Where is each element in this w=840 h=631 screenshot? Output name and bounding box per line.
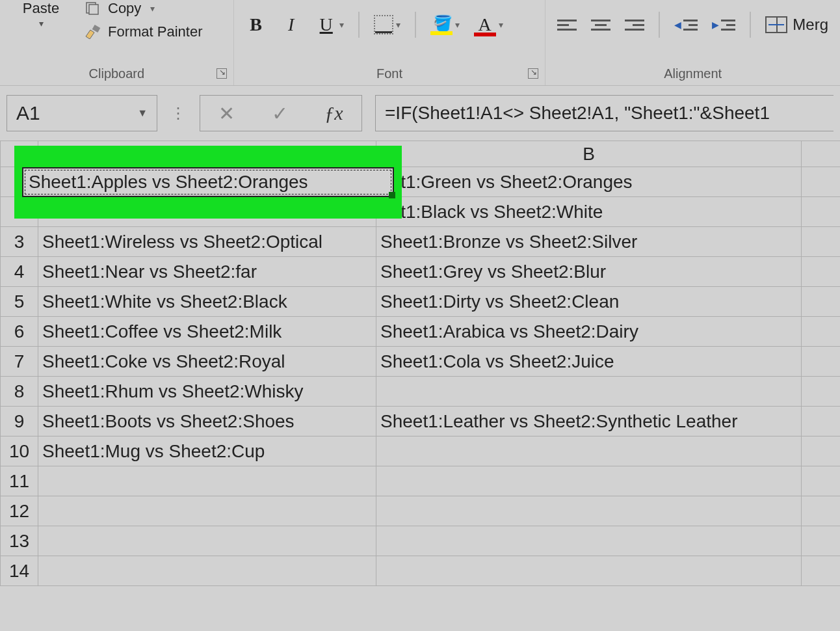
copy-button[interactable]: Copy ▾ xyxy=(83,0,203,17)
row-header[interactable]: 11 xyxy=(1,466,38,496)
chevron-down-icon[interactable]: ▾ xyxy=(499,20,503,30)
cell[interactable] xyxy=(376,466,802,496)
separator xyxy=(415,12,416,38)
cell[interactable] xyxy=(802,526,841,556)
cell[interactable] xyxy=(38,526,376,556)
col-header-C[interactable] xyxy=(802,141,841,167)
chevron-down-icon[interactable]: ▾ xyxy=(396,20,400,30)
paste-button[interactable]: Paste ▾ xyxy=(12,0,70,40)
merge-icon xyxy=(765,16,787,33)
cell[interactable] xyxy=(802,377,841,407)
cell[interactable] xyxy=(802,167,841,197)
drag-handle-icon[interactable]: ⋮ xyxy=(170,104,187,122)
chevron-down-icon[interactable]: ▾ xyxy=(455,20,460,30)
chevron-down-icon[interactable]: ▾ xyxy=(39,18,44,29)
formula-text: =IF(Sheet1!A1<> Sheet2!A1, "Sheet1:"&She… xyxy=(385,103,770,124)
row-header[interactable]: 4 xyxy=(1,257,38,287)
cell[interactable] xyxy=(802,227,841,257)
spreadsheet-grid[interactable]: Sheet1:Apples vs Sheet2:Oranges B eet1:G… xyxy=(0,141,840,586)
decrease-indent-button[interactable] xyxy=(674,19,698,31)
cell[interactable] xyxy=(802,197,841,227)
dialog-launcher-icon[interactable] xyxy=(217,68,227,79)
cell[interactable]: Sheet1:Boots vs Sheet2:Shoes xyxy=(38,407,376,436)
cell[interactable]: Sheet1:Leather vs Sheet2:Synthetic Leath… xyxy=(376,407,802,436)
active-cell-value: Sheet1:Apples vs Sheet2:Oranges xyxy=(29,172,308,193)
cell[interactable]: Sheet1:White vs Sheet2:Black xyxy=(38,287,376,317)
cell[interactable] xyxy=(376,556,802,586)
table-row: 5Sheet1:White vs Sheet2:BlackSheet1:Dirt… xyxy=(1,287,841,317)
merge-button[interactable]: Merg xyxy=(765,16,828,34)
underline-button[interactable]: U xyxy=(316,12,337,38)
cell[interactable] xyxy=(802,317,841,347)
cell[interactable] xyxy=(376,496,802,526)
table-row: 10Sheet1:Mug vs Sheet2:Cup xyxy=(1,436,841,466)
dialog-launcher-icon[interactable] xyxy=(528,68,538,79)
cell[interactable]: Sheet1:Arabica vs Sheet2:Dairy xyxy=(376,317,802,347)
cell[interactable] xyxy=(376,377,802,407)
cell[interactable] xyxy=(802,257,841,287)
row-header[interactable]: 14 xyxy=(1,556,38,586)
row-header[interactable]: 6 xyxy=(1,317,38,347)
cell[interactable] xyxy=(38,466,376,496)
cell[interactable] xyxy=(802,466,841,496)
table-row: 11 xyxy=(1,466,841,496)
cell[interactable]: Sheet1:Wireless vs Sheet2:Optical xyxy=(38,227,376,257)
table-row: 13 xyxy=(1,526,841,556)
cancel-icon[interactable]: ✕ xyxy=(218,102,235,125)
cell[interactable]: Sheet1:Near vs Sheet2:far xyxy=(38,257,376,287)
cell[interactable] xyxy=(802,347,841,377)
align-right-button[interactable] xyxy=(625,20,644,31)
fx-icon[interactable]: ƒx xyxy=(324,102,343,124)
cell[interactable]: Sheet1:Rhum vs Sheet2:Whisky xyxy=(38,377,376,407)
align-center-button[interactable] xyxy=(591,20,610,31)
cell[interactable]: Sheet1:Coke vs Sheet2:Royal xyxy=(38,347,376,377)
row-header[interactable]: 3 xyxy=(1,227,38,257)
cell[interactable]: Sheet1:Coffee vs Sheet2:Milk xyxy=(38,317,376,347)
cell[interactable]: eet1:Black vs Sheet2:White xyxy=(376,197,802,227)
row-header[interactable]: 10 xyxy=(1,436,38,466)
cell[interactable] xyxy=(802,436,841,466)
row-header[interactable]: 9 xyxy=(1,407,38,436)
fill-color-button[interactable]: 🪣 xyxy=(430,14,453,35)
name-box[interactable]: A1 ▼ xyxy=(7,95,157,131)
format-painter-button[interactable]: Format Painter xyxy=(83,23,203,40)
formula-buttons: ✕ ✓ ƒx xyxy=(200,95,362,131)
bold-button[interactable]: B xyxy=(246,12,267,38)
chevron-down-icon[interactable]: ▾ xyxy=(150,3,155,14)
italic-button[interactable]: I xyxy=(281,12,302,38)
row-header[interactable]: 12 xyxy=(1,496,38,526)
cell[interactable]: Sheet1:Mug vs Sheet2:Cup xyxy=(38,436,376,466)
chevron-down-icon[interactable]: ▾ xyxy=(339,20,344,30)
separator xyxy=(750,12,751,38)
cell[interactable] xyxy=(376,436,802,466)
cell[interactable] xyxy=(802,556,841,586)
enter-icon[interactable]: ✓ xyxy=(272,102,288,125)
cell[interactable]: Sheet1:Grey vs Sheet2:Blur xyxy=(376,257,802,287)
borders-icon[interactable] xyxy=(374,15,393,34)
chevron-down-icon[interactable]: ▼ xyxy=(137,107,148,119)
format-painter-label: Format Painter xyxy=(108,23,203,40)
cell[interactable] xyxy=(38,496,376,526)
cell[interactable]: Sheet1:Bronze vs Sheet2:Silver xyxy=(376,227,802,257)
cell[interactable] xyxy=(38,556,376,586)
group-label-font: Font xyxy=(234,66,545,81)
cell[interactable]: eet1:Green vs Sheet2:Oranges xyxy=(376,167,802,197)
row-header[interactable]: 13 xyxy=(1,526,38,556)
row-header[interactable]: 8 xyxy=(1,377,38,407)
cell[interactable] xyxy=(376,526,802,556)
align-left-button[interactable] xyxy=(557,20,577,31)
row-header[interactable]: 7 xyxy=(1,347,38,377)
table-row: 3Sheet1:Wireless vs Sheet2:OpticalSheet1… xyxy=(1,227,841,257)
cell[interactable] xyxy=(802,287,841,317)
active-cell[interactable]: Sheet1:Apples vs Sheet2:Oranges xyxy=(22,167,394,197)
cell[interactable]: Sheet1:Dirty vs Sheet2:Clean xyxy=(376,287,802,317)
col-header-B[interactable]: B xyxy=(376,141,802,167)
increase-indent-button[interactable] xyxy=(712,19,735,31)
cell[interactable]: Sheet1:Cola vs Sheet2:Juice xyxy=(376,347,802,377)
name-box-value: A1 xyxy=(16,102,40,124)
row-header[interactable]: 5 xyxy=(1,287,38,317)
formula-input[interactable]: =IF(Sheet1!A1<> Sheet2!A1, "Sheet1:"&She… xyxy=(375,95,833,131)
cell[interactable] xyxy=(802,496,841,526)
cell[interactable] xyxy=(802,407,841,436)
font-color-button[interactable]: A xyxy=(474,14,496,35)
